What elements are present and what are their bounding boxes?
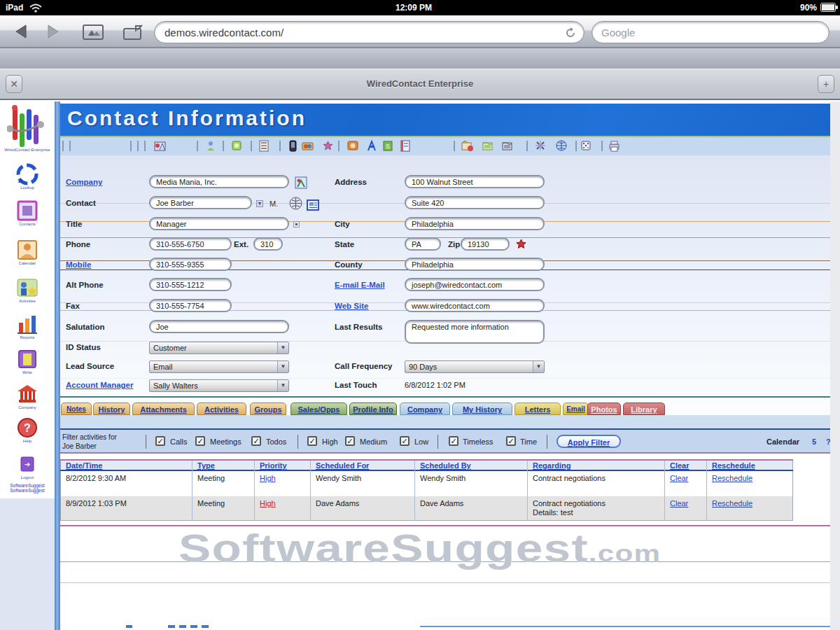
svg-text:?: ? — [24, 422, 31, 434]
svg-text:S: S — [386, 143, 390, 150]
svg-text:➜: ➜ — [24, 461, 30, 468]
